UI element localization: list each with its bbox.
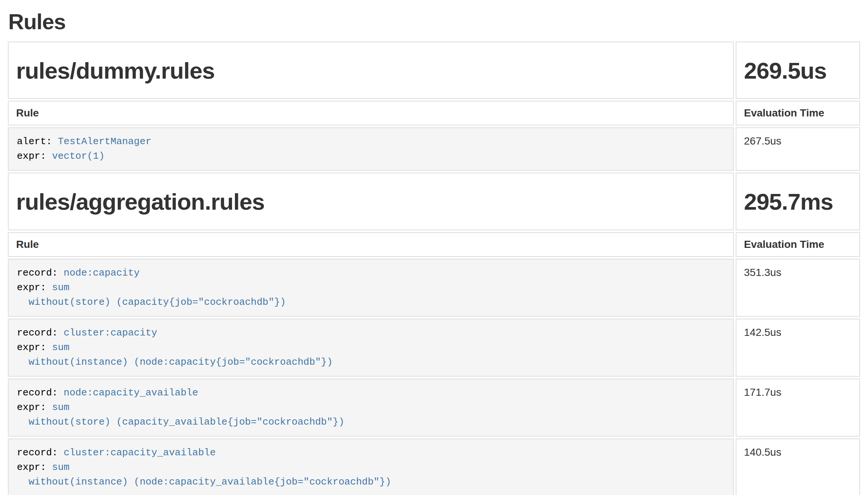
rule-row: record: node:capacity_available expr: su… [8, 379, 860, 437]
rules-table: rules/dummy.rules269.5usRuleEvaluation T… [6, 40, 862, 495]
rule-name-link[interactable]: cluster:capacity [64, 327, 157, 338]
rule-row: record: node:capacity expr: sum without(… [8, 259, 860, 317]
rule-group-row: rules/aggregation.rules295.7ms [8, 173, 860, 230]
rule-row: alert: TestAlertManager expr: vector(1)2… [8, 127, 860, 171]
expr-link[interactable]: sum without(instance) (node:capacity{job… [17, 342, 333, 368]
column-header-eval-time: Evaluation Time [736, 101, 860, 125]
rule-eval-time: 140.5us [736, 438, 860, 495]
expr-label: expr: [17, 462, 46, 473]
rule-group-eval-cell: 295.7ms [736, 173, 860, 230]
rule-group-eval-time: 295.7ms [744, 188, 852, 215]
rule-group-file: rules/aggregation.rules [16, 188, 726, 215]
rule-group-file-cell: rules/dummy.rules [8, 42, 734, 99]
expr-link[interactable]: sum without(store) (capacity_available{j… [17, 402, 344, 428]
rule-code: record: cluster:capacity expr: sum witho… [17, 326, 725, 370]
rule-group-file: rules/dummy.rules [16, 57, 726, 84]
rule-cell: record: node:capacity_available expr: su… [8, 379, 734, 437]
expr-label: expr: [17, 151, 46, 162]
rule-code: record: node:capacity_available expr: su… [17, 386, 725, 429]
rules-page: Rules rules/dummy.rules269.5usRuleEvalua… [0, 10, 868, 495]
expr-link[interactable]: sum without(store) (capacity{job="cockro… [17, 282, 286, 308]
rule-row: record: cluster:capacity expr: sum witho… [8, 319, 860, 377]
rule-kind-label: record: [17, 387, 58, 398]
rule-code: record: cluster:capacity_available expr:… [17, 446, 725, 489]
rule-row: record: cluster:capacity_available expr:… [8, 438, 860, 495]
rule-group-eval-time: 269.5us [744, 57, 852, 84]
rule-code: record: node:capacity expr: sum without(… [17, 266, 725, 310]
rule-eval-time: 267.5us [736, 127, 860, 171]
column-header-rule: Rule [8, 232, 734, 257]
rule-group-file-cell: rules/aggregation.rules [8, 173, 734, 230]
rule-eval-time: 171.7us [736, 379, 860, 437]
column-header-row: RuleEvaluation Time [8, 232, 860, 257]
page-title: Rules [8, 10, 862, 34]
expr-label: expr: [17, 342, 46, 353]
expr-link[interactable]: vector(1) [52, 151, 105, 162]
rule-cell: record: cluster:capacity_available expr:… [8, 438, 734, 495]
rule-cell: alert: TestAlertManager expr: vector(1) [8, 127, 734, 171]
rule-name-link[interactable]: node:capacity [64, 267, 140, 279]
expr-label: expr: [17, 402, 46, 413]
rule-eval-time: 351.3us [736, 259, 860, 317]
rule-group-eval-cell: 269.5us [736, 42, 860, 99]
rule-kind-label: record: [17, 447, 58, 458]
rule-name-link[interactable]: TestAlertManager [58, 136, 151, 147]
rule-eval-time: 142.5us [736, 319, 860, 377]
rule-name-link[interactable]: cluster:capacity_available [64, 447, 216, 458]
expr-link[interactable]: sum without(instance) (node:capacity_ava… [17, 462, 391, 488]
rule-kind-label: record: [17, 267, 58, 279]
rule-name-link[interactable]: node:capacity_available [64, 387, 198, 398]
rule-group-row: rules/dummy.rules269.5us [8, 42, 860, 99]
column-header-rule: Rule [8, 101, 734, 125]
column-header-eval-time: Evaluation Time [736, 232, 860, 257]
rule-kind-label: record: [17, 327, 58, 338]
expr-label: expr: [17, 282, 46, 293]
column-header-row: RuleEvaluation Time [8, 101, 860, 125]
rule-kind-label: alert: [17, 136, 52, 147]
rule-cell: record: node:capacity expr: sum without(… [8, 259, 734, 317]
rule-cell: record: cluster:capacity expr: sum witho… [8, 319, 734, 377]
rule-code: alert: TestAlertManager expr: vector(1) [17, 134, 725, 164]
